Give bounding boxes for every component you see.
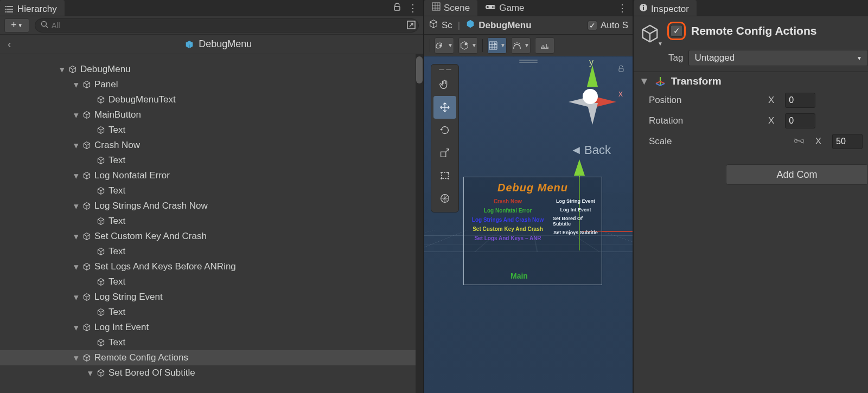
tree-row[interactable]: ▾DebugMenu [0, 62, 423, 77]
tree-row[interactable]: ▾Set Bored Of Subtitle [0, 365, 423, 381]
draw-mode-button[interactable]: ▼ [435, 37, 454, 54]
tree-row[interactable]: ▾Remote Config Actions [0, 350, 423, 365]
scene-crumb-obj[interactable]: DebugMenu [465, 19, 531, 31]
foldout-icon[interactable]: ▾ [59, 64, 65, 75]
foldout-icon[interactable]: ▾ [73, 201, 79, 212]
position-x-field[interactable] [785, 93, 815, 108]
dm-set-custom-key[interactable]: Set Custom Key And Crash [473, 226, 543, 232]
foldout-icon[interactable]: ▾ [73, 322, 79, 333]
dm-log-strings-crash[interactable]: Log Strings And Crash Now [472, 217, 544, 223]
tree-row[interactable]: ▾Panel [0, 77, 423, 92]
dm-crash-now[interactable]: Crash Now [494, 198, 522, 204]
search-input[interactable] [52, 21, 413, 30]
foldout-icon[interactable]: ▾ [73, 352, 79, 364]
tree-row[interactable]: ▾Crash Now [0, 138, 423, 153]
tree-row[interactable]: Text [0, 335, 423, 350]
back-icon[interactable]: ‹ [5, 38, 14, 50]
dm-main-button[interactable]: Main [510, 272, 528, 280]
kebab-icon[interactable]: ⋮ [617, 2, 627, 14]
snap-button[interactable]: ▼ [511, 37, 531, 54]
gizmo-negy-axis[interactable] [587, 103, 598, 125]
dm-log-nonfatal[interactable]: Log Nonfatal Error [484, 208, 532, 214]
gameobject-wire-icon [82, 171, 91, 180]
tree-row[interactable]: ▾Log String Event [0, 289, 423, 305]
debug-menu-canvas[interactable]: Debug Menu Crash Now Log Nonfatal Error … [463, 177, 602, 285]
foldout-icon[interactable]: ▾ [73, 231, 79, 242]
game-tab[interactable]: Game [477, 0, 532, 16]
kebab-icon[interactable]: ⋮ [408, 2, 418, 14]
orientation-gizmo[interactable]: y x [558, 61, 623, 131]
dm-set-enjoys[interactable]: Set Enjoys Subtitle [553, 230, 598, 235]
tree-row[interactable]: ▾Log Int Event [0, 320, 423, 335]
scene-viewport[interactable]: y x ◄ Back Debug Menu [424, 56, 633, 393]
scale-tool[interactable] [433, 141, 456, 164]
foldout-icon[interactable]: ▾ [73, 261, 79, 273]
gizmo-x-axis[interactable] [595, 96, 616, 107]
add-component-button[interactable]: Add Com [726, 164, 868, 185]
gizmo-x-label: x [618, 89, 623, 99]
foldout-icon[interactable]: ▾ [73, 140, 79, 151]
create-button[interactable]: + ▼ [4, 18, 29, 33]
tree-row[interactable]: ▾Set Custom Key And Crash [0, 229, 423, 244]
gizmo-y-axis[interactable] [587, 65, 598, 87]
transform-header[interactable]: ▼ Transform [634, 72, 868, 91]
move-tool[interactable] [433, 96, 456, 119]
breadcrumb-title[interactable]: DebugMenu [19, 38, 418, 50]
palette-grip[interactable] [433, 67, 456, 73]
dm-set-logs-keys[interactable]: Set Logs And Keys – ANR [474, 235, 541, 241]
tag-dropdown[interactable]: Untagged ▼ [688, 50, 868, 66]
scene-tab[interactable]: Scene [424, 0, 477, 16]
scroll-thumb[interactable] [416, 56, 423, 83]
hierarchy-search[interactable] [35, 18, 419, 33]
scale-x-field[interactable] [832, 134, 863, 149]
viewport-grip[interactable] [519, 60, 538, 63]
grid-button[interactable]: y ▼ [487, 37, 507, 54]
rect-tool[interactable] [433, 164, 456, 187]
enable-checkbox[interactable]: ✓ [671, 25, 682, 37]
tree-row[interactable]: ▾MainButton [0, 107, 423, 123]
scrollbar[interactable] [416, 54, 423, 393]
tree-row[interactable]: Text [0, 214, 423, 229]
gameobject-icon[interactable]: ▼ [638, 22, 662, 46]
tree-row[interactable]: Text [0, 305, 423, 320]
foldout-icon[interactable]: ▾ [73, 170, 79, 182]
foldout-icon[interactable]: ▾ [87, 368, 93, 379]
rotation-x-field[interactable] [785, 113, 815, 128]
foldout-icon[interactable]: ▾ [73, 109, 79, 121]
tree-row[interactable]: Text [0, 153, 423, 168]
gizmo-lock-icon[interactable] [617, 65, 625, 74]
dm-log-string-event[interactable]: Log String Event [556, 198, 595, 204]
move-handle-y[interactable] [574, 159, 585, 176]
link-icon[interactable] [794, 137, 805, 146]
hierarchy-panel: Hierarchy ⋮ + ▼ [0, 0, 424, 393]
gizmo-center[interactable] [583, 89, 598, 104]
tree-row[interactable]: ▾Log Nonfatal Error [0, 168, 423, 183]
rotate-tool[interactable] [433, 119, 456, 141]
inspector-tab[interactable]: Inspector [634, 0, 697, 16]
hand-tool[interactable] [433, 73, 456, 96]
tree-row[interactable]: DebugMenuText [0, 92, 423, 107]
tree-row[interactable]: Text [0, 244, 423, 259]
tree-row[interactable]: Text [0, 123, 423, 138]
foldout-icon[interactable]: ▾ [73, 79, 79, 91]
object-name[interactable]: Remote Config Actions [691, 24, 816, 37]
scene-crumb-root[interactable]: Sc [429, 19, 452, 31]
svg-point-11 [439, 44, 442, 47]
foldout-icon[interactable]: ▼ [639, 75, 649, 87]
foldout-icon[interactable]: ▾ [73, 292, 79, 303]
hierarchy-tab[interactable]: Hierarchy [0, 0, 65, 16]
lock-icon[interactable] [393, 3, 401, 13]
tree-row[interactable]: ▾Set Logs And Keys Before ANRing [0, 259, 423, 274]
dm-log-int-event[interactable]: Log Int Event [560, 207, 591, 212]
auto-save-toggle[interactable]: ✓ Auto S [588, 20, 628, 31]
tree-row[interactable]: Text [0, 274, 423, 289]
increment-snap-button[interactable] [535, 37, 554, 54]
hierarchy-tree[interactable]: ▾DebugMenu▾PanelDebugMenuText▾MainButton… [0, 54, 423, 393]
maximize-icon[interactable] [406, 20, 416, 31]
tree-row[interactable]: Text [0, 183, 423, 198]
dm-set-bored[interactable]: Set Bored Of Subtitle [553, 216, 598, 227]
tree-row[interactable]: ▾Log Strings And Crash Now [0, 198, 423, 214]
transform-tool[interactable] [433, 187, 456, 210]
scale-label: Scale [649, 136, 757, 147]
shading-button[interactable]: ▼ [458, 37, 478, 54]
